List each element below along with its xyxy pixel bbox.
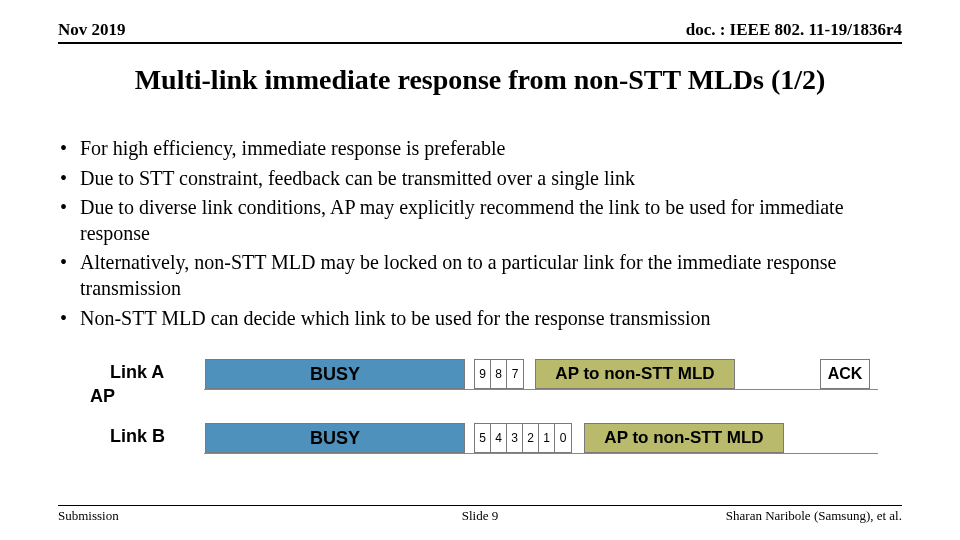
backoff-counter: 5 4 3 2 1 0 [474,423,572,453]
bullet-list: For high efficiency, immediate response … [58,136,902,335]
link-b-label: Link B [110,426,165,447]
busy-block: BUSY [205,423,465,453]
bullet-item: Non-STT MLD can decide which link to be … [58,306,902,332]
data-frame: AP to non-STT MLD [535,359,735,389]
counter-cell: 9 [475,360,491,388]
counter-cell: 5 [475,424,491,452]
header-doc-id: doc. : IEEE 802. 11-19/1836r4 [686,20,902,40]
slide-number: Slide 9 [58,508,902,524]
ack-frame: ACK [820,359,870,389]
counter-cell: 0 [555,424,571,452]
counter-cell: 1 [539,424,555,452]
counter-cell: 8 [491,360,507,388]
busy-block: BUSY [205,359,465,389]
footer-rule [58,505,902,506]
link-a-label: Link A [110,362,164,383]
slide-header: Nov 2019 doc. : IEEE 802. 11-19/1836r4 [58,20,902,44]
data-frame: AP to non-STT MLD [584,423,784,453]
diagram-row-link-a: Link A BUSY 9 8 7 AP to non-STT MLD ACK [90,356,870,392]
bullet-item: Alternatively, non-STT MLD may be locked… [58,250,902,301]
counter-cell: 2 [523,424,539,452]
diagram-row-link-b: Link B BUSY 5 4 3 2 1 0 AP to non-STT ML… [90,420,870,456]
bullet-item: Due to diverse link conditions, AP may e… [58,195,902,246]
timing-diagram: AP Link A BUSY 9 8 7 AP to non-STT MLD A… [90,356,870,456]
backoff-counter: 9 8 7 [474,359,524,389]
slide-title: Multi-link immediate response from non-S… [0,64,960,96]
counter-cell: 7 [507,360,523,388]
timeline-axis [204,389,878,390]
bullet-item: Due to STT constraint, feedback can be t… [58,166,902,192]
counter-cell: 3 [507,424,523,452]
header-rule [58,42,902,44]
counter-cell: 4 [491,424,507,452]
timeline-axis [204,453,878,454]
header-date: Nov 2019 [58,20,126,40]
slide-footer: Slide 9 Submission Sharan Naribole (Sams… [58,505,902,524]
bullet-item: For high efficiency, immediate response … [58,136,902,162]
